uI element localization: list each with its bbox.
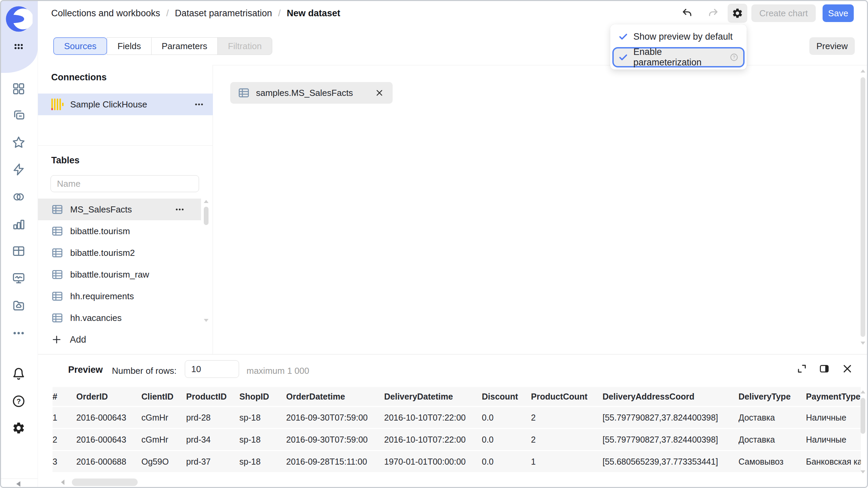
table-name: MS_SalesFacts xyxy=(70,204,132,215)
preview-toggle-button[interactable]: Preview xyxy=(809,37,855,55)
cell: 2016-09-30T07:59:00 xyxy=(286,407,384,429)
table-row-bibattle-tourism-raw[interactable]: bibattle.tourism_raw xyxy=(38,264,201,285)
lightning-icon[interactable] xyxy=(12,163,25,176)
preview-title: Preview xyxy=(68,365,103,375)
scroll-up-icon[interactable] xyxy=(861,390,865,393)
add-table-button[interactable]: Add xyxy=(38,329,201,350)
rows-count-input[interactable] xyxy=(185,364,239,374)
datalens-logo[interactable] xyxy=(5,5,33,33)
tab-parameters[interactable]: Parameters xyxy=(151,37,218,55)
menu-item-show-preview[interactable]: Show preview by default xyxy=(614,28,743,45)
expand-preview-icon[interactable] xyxy=(796,363,807,374)
cell: prd-28 xyxy=(186,407,239,429)
connection-more-icon[interactable] xyxy=(194,99,204,109)
cell: prd-37 xyxy=(186,451,239,473)
bell-icon[interactable] xyxy=(12,367,25,381)
tab-sources[interactable]: Sources xyxy=(53,37,107,55)
table-list-scrollbar[interactable] xyxy=(203,199,209,329)
help-icon[interactable]: ? xyxy=(12,394,25,408)
tab-filtration[interactable]: Filtration xyxy=(217,37,272,55)
help-circle-icon[interactable]: ? xyxy=(730,52,738,62)
settings-gear-icon[interactable] xyxy=(12,421,25,435)
dataset-table-icon[interactable] xyxy=(12,244,25,258)
bar-chart-icon[interactable] xyxy=(12,217,25,231)
table-icon xyxy=(238,87,250,99)
dashboard-grid-icon[interactable] xyxy=(12,82,25,96)
cell: 2 xyxy=(531,429,603,451)
column-header: # xyxy=(53,387,76,407)
table-more-icon[interactable] xyxy=(175,204,185,215)
cell: 2 xyxy=(53,429,76,451)
collapse-left-icon[interactable] xyxy=(15,480,22,488)
table-icon xyxy=(51,225,63,237)
table-row-hh-vacancies[interactable]: hh.vacancies xyxy=(38,307,201,329)
cell: 2016-10-10T07:22:00 xyxy=(384,407,482,429)
breadcrumb-separator: / xyxy=(278,8,281,19)
create-chart-button[interactable]: Create chart xyxy=(751,4,816,22)
scroll-down-icon[interactable] xyxy=(861,470,865,473)
cell: 0.0 xyxy=(482,407,531,429)
breadcrumb-workbook[interactable]: Dataset parametrisation xyxy=(175,8,272,19)
table-row-hh-requirements[interactable]: hh.requirements xyxy=(38,285,201,307)
cloud-folder-icon[interactable] xyxy=(12,299,25,312)
menu-item-enable-parameterization[interactable]: Enable parameterization ? xyxy=(614,48,743,66)
cell: sp-18 xyxy=(239,451,286,473)
column-header: PaymentType xyxy=(806,387,861,407)
more-ellipsis-icon[interactable] xyxy=(12,326,25,340)
breadcrumb-collections[interactable]: Collections and workbooks xyxy=(51,8,160,19)
tab-fields[interactable]: Fields xyxy=(107,37,151,55)
split-view-icon[interactable] xyxy=(819,363,830,374)
monitoring-icon[interactable] xyxy=(12,271,25,285)
panel-divider xyxy=(38,145,213,146)
table-row-bibattle-tourism[interactable]: bibattle.tourism xyxy=(38,220,201,242)
table-search-box xyxy=(51,175,199,192)
sources-side-panel: Connections Sample ClickHouse Tables MS_… xyxy=(38,65,213,354)
preview-vertical-scrollbar[interactable] xyxy=(860,389,866,476)
table-row-ms-salesfacts[interactable]: MS_SalesFacts xyxy=(38,199,201,220)
scroll-down-icon[interactable] xyxy=(204,319,209,322)
scroll-down-icon[interactable] xyxy=(861,342,865,345)
selected-source-chip[interactable]: samples.MS_SalesFacts xyxy=(230,82,393,104)
checkmark-icon xyxy=(618,32,628,41)
apps-grid-icon[interactable] xyxy=(13,41,24,52)
cell: 2016-10-10T07:22:00 xyxy=(384,429,482,451)
menu-item-label: Enable parameterization xyxy=(633,47,719,68)
clickhouse-icon xyxy=(51,98,64,110)
star-icon[interactable] xyxy=(12,136,25,149)
cell: 1 xyxy=(531,451,603,473)
dataset-settings-gear-button[interactable] xyxy=(728,4,747,23)
table-row-bibattle-tourism2[interactable]: bibattle.tourism2 xyxy=(38,242,201,264)
scroll-up-icon[interactable] xyxy=(204,200,209,203)
scrollbar-thumb[interactable] xyxy=(72,479,138,486)
save-button[interactable]: Save xyxy=(823,4,854,22)
max-rows-hint: maximum 1 000 xyxy=(246,366,309,376)
column-header: DeliveryType xyxy=(738,387,806,407)
undo-button[interactable] xyxy=(678,4,696,22)
scrollbar-thumb[interactable] xyxy=(861,77,865,337)
column-header: ClientID xyxy=(141,387,186,407)
column-header: OrderDatetime xyxy=(286,387,384,407)
scroll-left-icon[interactable] xyxy=(61,480,64,485)
cell: cGmHr xyxy=(141,429,186,451)
remove-source-icon[interactable] xyxy=(375,88,384,97)
breadcrumb: Collections and workbooks / Dataset para… xyxy=(51,0,340,26)
table-search-input[interactable] xyxy=(51,179,199,189)
table-icon xyxy=(51,203,63,216)
scroll-up-icon[interactable] xyxy=(861,69,865,73)
cell: 0.0 xyxy=(482,451,531,473)
cell: Наличные xyxy=(806,429,861,451)
connection-row-sample-clickhouse[interactable]: Sample ClickHouse xyxy=(38,94,213,115)
main-vertical-scrollbar[interactable] xyxy=(860,68,866,354)
redo-button[interactable] xyxy=(705,4,722,22)
scrollbar-thumb[interactable] xyxy=(204,207,209,225)
close-preview-icon[interactable] xyxy=(842,363,853,374)
preview-data-row: 3 2016-000688 Og59O prd-37 sp-18 2016-09… xyxy=(53,451,861,473)
table-icon xyxy=(51,312,63,324)
preview-horizontal-scrollbar[interactable] xyxy=(61,478,163,487)
venn-circles-icon[interactable] xyxy=(12,190,25,204)
table-name: hh.vacancies xyxy=(70,313,122,323)
column-header: ProductCount xyxy=(531,387,603,407)
scrollbar-thumb[interactable] xyxy=(861,398,865,434)
collections-icon[interactable] xyxy=(12,108,25,122)
preview-header-row: # OrderID ClientID ProductID ShopID Orde… xyxy=(53,387,861,407)
